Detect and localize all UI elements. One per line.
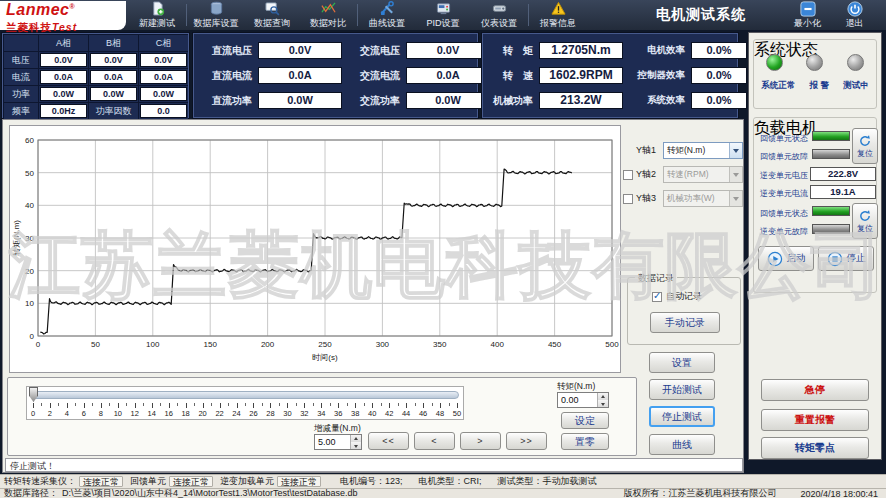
inverter-current-value: 19.1A bbox=[810, 185, 876, 199]
toolbar-alarm-info[interactable]: 报警信息 bbox=[530, 0, 586, 30]
manual-record-button[interactable]: 手动记录 bbox=[650, 312, 720, 333]
toolbar-curve-settings[interactable]: 曲线设置 bbox=[359, 0, 415, 30]
load-slider[interactable]: 0246810121416182022242628303234363840424… bbox=[26, 386, 464, 420]
torque-zero-button[interactable]: 转矩零点 bbox=[761, 437, 869, 459]
start-test-button[interactable]: 开始测试 bbox=[649, 379, 715, 400]
torque-chart: 0501001502002503003504004505000102030405… bbox=[9, 125, 621, 373]
y-axis-controls: Y轴1 转矩(N.m) Y轴2 转速(RPM) Y轴3 机械功率(W) bbox=[623, 142, 743, 214]
registered-mark: ® bbox=[69, 2, 74, 9]
spin-down-icon[interactable] bbox=[351, 442, 361, 449]
svg-text:150: 150 bbox=[204, 340, 218, 349]
torque-setpoint-spinner[interactable]: 0.00 bbox=[557, 392, 609, 408]
exit-button[interactable]: 退出 bbox=[831, 1, 878, 30]
svg-text:0: 0 bbox=[36, 340, 41, 349]
svg-text:60: 60 bbox=[25, 136, 34, 145]
set-button[interactable]: 设定 bbox=[561, 412, 609, 429]
col-header-b: B相 bbox=[89, 35, 138, 51]
svg-text:450: 450 bbox=[548, 340, 562, 349]
col-header-c: C相 bbox=[139, 35, 188, 51]
exit-label: 退出 bbox=[846, 17, 864, 30]
inverter-current-label: 逆变单元电流 bbox=[760, 188, 808, 199]
stop-icon bbox=[827, 251, 843, 267]
system-normal-label: 系统正常 bbox=[761, 80, 795, 92]
frequency-value: 0.0Hz bbox=[40, 104, 87, 118]
status-message: 停止测试！ bbox=[5, 458, 743, 472]
toolbar-label: PID设置 bbox=[426, 17, 459, 30]
toolbar-data-query[interactable]: 数据查询 bbox=[244, 0, 300, 30]
lanmec-logo: Lanmec® 兰菱科技Test bbox=[0, 1, 126, 30]
spin-up-icon[interactable] bbox=[598, 393, 608, 400]
y1-axis-value: 转矩(N.m) bbox=[664, 145, 729, 157]
spin-up-icon[interactable] bbox=[351, 435, 361, 442]
toolbar-data-compare[interactable]: 数据对比 bbox=[300, 0, 356, 30]
ac-power-value: 0.0W bbox=[406, 92, 490, 109]
phase-c-current: 0.0A bbox=[140, 70, 187, 84]
increase-button[interactable]: > bbox=[460, 432, 501, 450]
stop-test-button[interactable]: 停止测试 bbox=[649, 406, 715, 427]
y3-axis-checkbox[interactable] bbox=[623, 194, 633, 204]
system-efficiency-label: 系统效率 bbox=[629, 94, 685, 107]
start-label: 启动 bbox=[787, 252, 806, 265]
minimize-icon bbox=[800, 1, 816, 17]
svg-text:50: 50 bbox=[91, 340, 100, 349]
settings-button[interactable]: 设置 bbox=[649, 352, 715, 373]
decrease-button[interactable]: < bbox=[414, 432, 455, 450]
toolbar-label: 数据查询 bbox=[254, 17, 290, 30]
stop-button[interactable]: 停止 bbox=[818, 246, 874, 271]
toolbar-label: 数据对比 bbox=[310, 17, 346, 30]
feedback-status-bar bbox=[812, 131, 850, 141]
curve-button[interactable]: 曲线 bbox=[649, 434, 715, 455]
toolbar-new-test[interactable]: 新建测试 bbox=[129, 0, 185, 30]
inverter-voltage-label: 逆变单元电压 bbox=[760, 170, 808, 181]
chevron-down-icon bbox=[729, 167, 742, 182]
toolbar-label: 新建测试 bbox=[139, 17, 175, 30]
svg-text:转矩(N.m): 转矩(N.m) bbox=[12, 220, 21, 256]
toolbar-pid-settings[interactable]: PID设置 bbox=[415, 0, 471, 30]
spin-down-icon[interactable] bbox=[598, 400, 608, 407]
col-header-a: A相 bbox=[39, 35, 88, 51]
auto-record-checkbox[interactable] bbox=[652, 292, 662, 302]
fast-decrease-button[interactable]: << bbox=[368, 432, 409, 450]
y2-axis-select[interactable]: 转速(RPM) bbox=[663, 166, 743, 183]
torque-speed-panel: 转 矩 1.2705N.m 电机效率 0.0% 转 速 1602.9RPM 控制… bbox=[482, 33, 738, 118]
minimize-button[interactable]: 最小化 bbox=[784, 1, 831, 30]
zero-button[interactable]: 置零 bbox=[561, 433, 609, 450]
fast-increase-button[interactable]: >> bbox=[506, 432, 547, 450]
row-label-voltage: 电压 bbox=[4, 52, 38, 68]
svg-text:400: 400 bbox=[491, 340, 505, 349]
step-amount-spinner[interactable]: 5.00 bbox=[314, 434, 362, 450]
auto-record-label: 自动记录 bbox=[666, 290, 702, 303]
start-button[interactable]: 启动 bbox=[758, 246, 814, 271]
feedback-status-label: 回馈单元状态 bbox=[760, 133, 808, 144]
svg-text:30: 30 bbox=[25, 234, 34, 243]
toolbar-database-settings[interactable]: 数据库设置 bbox=[188, 0, 244, 30]
db-path-value: D:\兰菱\项目\2020\山东中科4_14\MotorTest1.3\Moto… bbox=[62, 487, 358, 498]
dc-power-value: 0.0W bbox=[258, 92, 342, 109]
reset-alarm-button[interactable]: 重置报警 bbox=[761, 409, 869, 431]
instrument-settings-icon bbox=[492, 1, 507, 16]
slider-track[interactable] bbox=[31, 391, 459, 399]
slider-thumb[interactable] bbox=[29, 387, 38, 402]
torque-label: 转 矩 bbox=[489, 44, 533, 58]
y1-axis-select[interactable]: 转矩(N.m) bbox=[663, 142, 743, 159]
data-compare-icon bbox=[321, 1, 336, 16]
y2-axis-checkbox[interactable] bbox=[623, 170, 633, 180]
alarm-label: 报 警 bbox=[810, 80, 829, 92]
corner-cell bbox=[4, 35, 38, 51]
y3-axis-select[interactable]: 机械功率(W) bbox=[663, 190, 743, 207]
toolbar-label: 数据库设置 bbox=[194, 17, 239, 30]
toolbar-separator bbox=[528, 4, 529, 26]
emergency-stop-button[interactable]: 急停 bbox=[761, 379, 869, 401]
svg-text:350: 350 bbox=[433, 340, 447, 349]
inverter-reset-button[interactable]: 复位 bbox=[852, 203, 878, 239]
motor-efficiency-value: 0.0% bbox=[691, 42, 747, 59]
load-motor-group: 负载电机 回馈单元状态 回馈单元故障 复位 逆变单元电压 222.8V 逆变单元… bbox=[753, 117, 877, 293]
row-label-frequency: 频率 bbox=[4, 103, 38, 119]
toolbar-instrument-settings[interactable]: 仪表设置 bbox=[471, 0, 527, 30]
ac-voltage-value: 0.0V bbox=[406, 42, 490, 59]
curve-settings-icon bbox=[380, 1, 395, 16]
motor-efficiency-label: 电机效率 bbox=[629, 44, 685, 57]
feedback-fault-bar bbox=[812, 149, 850, 159]
torque-value: 1.2705N.m bbox=[539, 42, 623, 59]
feedback-reset-button[interactable]: 复位 bbox=[852, 128, 878, 164]
